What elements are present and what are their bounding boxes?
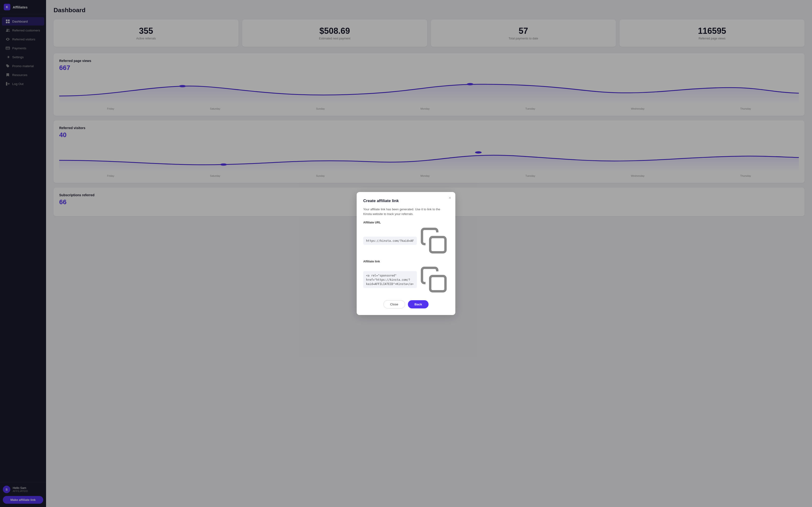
affiliate-url-label: Affiliate URL <box>363 221 449 224</box>
modal-close-button[interactable]: × <box>449 196 451 200</box>
modal-description: Your affiliate link has been generated. … <box>363 207 449 216</box>
svg-rect-12 <box>430 237 446 252</box>
modal-actions: Close Back <box>363 300 449 308</box>
affiliate-link-row: <a rel="sponsored" href="https://kinsta.… <box>363 265 449 294</box>
create-affiliate-link-modal: Create affiliate link × Your affiliate l… <box>357 192 455 315</box>
affiliate-url-input[interactable] <box>363 237 417 245</box>
affiliate-link-textarea[interactable]: <a rel="sponsored" href="https://kinsta.… <box>363 271 417 288</box>
modal-title: Create affiliate link <box>363 199 449 203</box>
copy-url-button[interactable] <box>419 226 449 256</box>
affiliate-link-label: Affiliate link <box>363 260 449 263</box>
affiliate-url-row <box>363 226 449 256</box>
modal-overlay: Create affiliate link × Your affiliate l… <box>0 0 812 507</box>
affiliate-link-field: Affiliate link <a rel="sponsored" href="… <box>363 260 449 294</box>
affiliate-url-field: Affiliate URL <box>363 221 449 256</box>
back-button[interactable]: Back <box>408 300 428 308</box>
svg-rect-13 <box>430 276 446 291</box>
copy-link-button[interactable] <box>419 265 449 294</box>
close-button[interactable]: Close <box>384 300 405 308</box>
